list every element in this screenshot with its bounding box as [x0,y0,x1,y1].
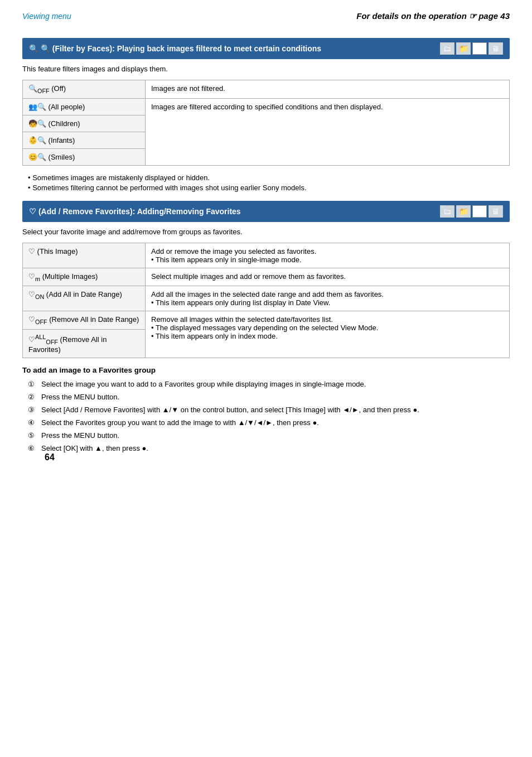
icon-heart: ♡ [472,42,487,55]
row-icon: 👶🔍 (Infants) [23,132,146,148]
section2-icons: 🗂 📁 ♡ 🖥 [440,205,503,218]
row-icon: 😊🔍 (Smiles) [23,148,146,165]
table-row: ♡OFF (Remove All in Date Range) Remove a… [23,311,510,330]
icon-menu2: 🗂 [440,205,454,218]
step-text: Press the MENU button. [41,431,119,440]
row-desc: Remove all images within the selected da… [146,311,510,358]
section1-icons: 🗂 📁 ♡ 🖥 [440,42,503,55]
section2-title: ♡ (Add / Remove Favorites): Adding/Remov… [29,207,241,216]
step-item: ③ Select [Add / Remove Favorites] with ▲… [28,406,510,414]
infants-icon: 👶🔍 [28,136,46,144]
subsection-title: To add an image to a Favorites group [22,366,510,374]
step-item: ④ Select the Favorites group you want to… [28,418,510,427]
row-icon: ♡m (Multiple Images) [23,268,146,286]
step-text: Select [OK] with ▲, then press ●. [41,444,148,452]
icon-folder: 📁 [456,42,471,55]
row-icon: ♡OFF (Remove All in Date Range) [23,311,146,330]
smiles-icon: 😊🔍 [28,153,46,161]
step-item: ① Select the image you want to add to a … [28,380,510,388]
table-row: 🔍OFF (Off) Images are not filtered. [23,80,510,99]
step-number: ④ [28,418,38,427]
section1-intro: This feature filters images and displays… [22,65,510,73]
table-row: 👥🔍 (All people) Images are filtered acco… [23,98,510,115]
row-desc: Images are filtered according to specifi… [146,98,510,165]
icon-menu: 🗂 [440,42,454,55]
bullet-item: Sometimes images are mistakenly displaye… [22,173,510,182]
row-desc: Add or remove the image you selected as … [146,243,510,268]
row-desc: Add all the images in the selected date … [146,286,510,311]
icon-heart2: ♡ [472,205,487,218]
page-number: 64 [45,452,532,462]
remove-all-fav-icon: ♡ALLOFF [28,335,58,344]
heart-icon: ♡ [29,207,36,216]
multiple-images-icon: ♡m [28,272,40,281]
table-row: ♡ON (Add All in Date Range) Add all the … [23,286,510,311]
search-off-icon: 🔍OFF [28,84,50,93]
step-text: Select the image you want to add to a Fa… [41,380,366,388]
all-people-icon: 👥🔍 [28,103,46,111]
section1-header: 🔍 🔍 (Filter by Faces): Playing back imag… [22,38,510,59]
step-item: ⑤ Press the MENU button. [28,431,510,440]
step-text: Press the MENU button. [41,393,119,401]
icon-display: 🖥 [489,42,503,55]
children-icon: 🧒🔍 [28,119,46,128]
icon-folder2: 📁 [456,205,471,218]
this-image-icon: ♡ [28,247,35,255]
icon-display2: 🖥 [489,205,503,218]
step-number: ⑤ [28,431,38,440]
table-row: ♡m (Multiple Images) Select multiple ima… [23,268,510,286]
row-icon: ♡ALLOFF (Remove All in Favorites) [23,329,146,358]
row-icon: 👥🔍 (All people) [23,98,146,115]
row-icon: 🧒🔍 (Children) [23,115,146,132]
row-desc: Images are not filtered. [146,80,510,99]
step-text: Select the Favorites group you want to a… [41,418,319,427]
section2-table: ♡ (This Image) Add or remove the image y… [22,243,510,358]
steps-list: ① Select the image you want to add to a … [22,380,510,452]
search-icon: 🔍 [29,44,38,53]
add-date-range-icon: ♡ON [28,290,44,298]
section1-bullets: Sometimes images are mistakenly displaye… [22,173,510,192]
step-item: ⑥ Select [OK] with ▲, then press ●. [28,444,510,452]
section1-title: 🔍 🔍 (Filter by Faces): Playing back imag… [29,44,321,53]
table-row: ♡ (This Image) Add or remove the image y… [23,243,510,268]
row-icon: ♡ (This Image) [23,243,146,268]
page-header: Viewing menu For details on the operatio… [22,11,510,21]
section1-table: 🔍OFF (Off) Images are not filtered. 👥🔍 (… [22,80,510,166]
row-icon: 🔍OFF (Off) [23,80,146,99]
section2-header: ♡ (Add / Remove Favorites): Adding/Remov… [22,201,510,222]
step-item: ② Press the MENU button. [28,393,510,401]
step-number: ⑥ [28,444,38,452]
bullet-item: Sometimes filtering cannot be performed … [22,184,510,192]
step-number: ③ [28,406,38,414]
step-text: Select [Add / Remove Favorites] with ▲/▼… [41,406,419,414]
row-desc: Select multiple images and add or remove… [146,268,510,286]
section2-intro: Select your favorite image and add/remov… [22,228,510,236]
remove-date-range-icon: ♡OFF [28,315,47,324]
step-number: ② [28,393,38,401]
step-number: ① [28,380,38,388]
section-label: Viewing menu [22,12,71,21]
page-reference: For details on the operation ☞ page 43 [356,11,510,21]
row-icon: ♡ON (Add All in Date Range) [23,286,146,311]
